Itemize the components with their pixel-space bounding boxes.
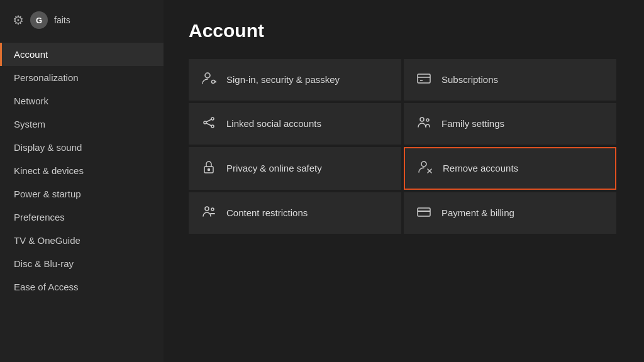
family-icon	[416, 115, 431, 133]
grid-item-remove-accounts[interactable]: Remove accounts	[404, 147, 616, 190]
svg-point-7	[204, 121, 206, 124]
sidebar: ⚙ G faits AccountPersonalizationNetworkS…	[0, 0, 164, 362]
sidebar-item-kinect-devices[interactable]: Kinect & devices	[0, 159, 164, 182]
grid-item-payment-billing[interactable]: Payment & billing	[404, 192, 616, 234]
username-label: faits	[54, 15, 70, 25]
sidebar-nav: AccountPersonalizationNetworkSystemDispl…	[0, 43, 164, 299]
subscriptions-icon	[416, 71, 431, 89]
svg-line-10	[206, 119, 211, 122]
lock-icon	[201, 160, 216, 177]
sidebar-item-system[interactable]: System	[0, 112, 164, 136]
svg-point-9	[211, 125, 214, 128]
grid-item-label-privacy-safety: Privacy & online safety	[226, 162, 322, 175]
sidebar-item-display-sound[interactable]: Display & sound	[0, 136, 164, 159]
grid-item-label-remove-accounts: Remove accounts	[443, 162, 518, 175]
svg-point-8	[211, 118, 214, 120]
content-restrict-icon	[201, 204, 216, 222]
account-grid: Sign-in, security & passkeySubscriptions…	[189, 59, 616, 234]
sidebar-item-network[interactable]: Network	[0, 89, 164, 112]
avatar: G	[30, 11, 48, 29]
grid-item-subscriptions[interactable]: Subscriptions	[404, 59, 616, 101]
svg-point-20	[211, 208, 214, 211]
svg-point-0	[205, 73, 210, 78]
svg-point-13	[426, 119, 429, 121]
svg-line-11	[206, 123, 211, 126]
grid-item-label-linked-social: Linked social accounts	[226, 118, 321, 130]
grid-item-sign-in-security[interactable]: Sign-in, security & passkey	[189, 59, 401, 101]
sidebar-header: ⚙ G faits	[0, 0, 164, 40]
payment-icon	[416, 204, 431, 222]
svg-point-19	[205, 207, 209, 211]
sidebar-item-preferences[interactable]: Preferences	[0, 206, 164, 229]
grid-item-privacy-safety[interactable]: Privacy & online safety	[189, 147, 401, 190]
gear-icon: ⚙	[13, 13, 24, 28]
page-title: Account	[189, 20, 619, 41]
sidebar-item-disc-bluray[interactable]: Disc & Blu-ray	[0, 252, 164, 275]
svg-point-1	[212, 80, 215, 84]
svg-point-15	[208, 169, 210, 171]
sidebar-item-account[interactable]: Account	[0, 43, 164, 66]
grid-item-linked-social[interactable]: Linked social accounts	[189, 103, 401, 145]
sidebar-item-power-startup[interactable]: Power & startup	[0, 182, 164, 206]
sidebar-item-ease-of-access[interactable]: Ease of Access	[0, 275, 164, 299]
grid-item-label-family-settings: Family settings	[441, 118, 504, 130]
grid-item-label-content-restrictions: Content restrictions	[226, 207, 308, 219]
remove-person-icon	[418, 160, 433, 177]
person-key-icon	[201, 71, 216, 89]
grid-item-content-restrictions[interactable]: Content restrictions	[189, 192, 401, 234]
social-icon	[201, 115, 216, 133]
svg-point-16	[421, 162, 426, 167]
svg-point-12	[420, 118, 424, 121]
main-content: Account Sign-in, security & passkeySubsc…	[164, 0, 644, 362]
sidebar-item-tv-oneguide[interactable]: TV & OneGuide	[0, 229, 164, 252]
grid-item-family-settings[interactable]: Family settings	[404, 103, 616, 145]
grid-item-label-payment-billing: Payment & billing	[441, 207, 514, 219]
svg-rect-22	[418, 208, 430, 216]
svg-rect-4	[418, 74, 430, 83]
sidebar-item-personalization[interactable]: Personalization	[0, 66, 164, 89]
grid-item-label-subscriptions: Subscriptions	[441, 74, 498, 86]
grid-item-label-sign-in-security: Sign-in, security & passkey	[226, 74, 340, 86]
